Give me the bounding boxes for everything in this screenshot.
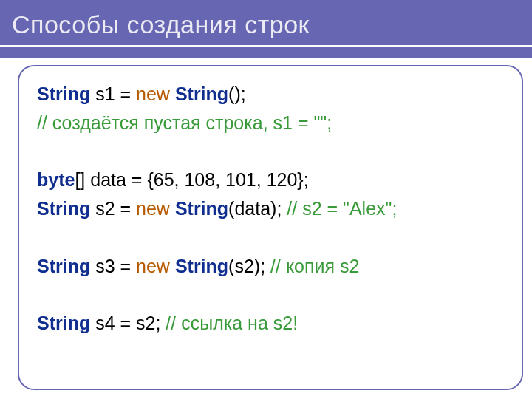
blank-line [37,141,42,162]
comment: // s2 = "Alex"; [287,198,397,219]
code-block: String s1 = new String(); // создаётся п… [37,80,507,338]
txt: (s2); [228,256,270,276]
txt: s3 = [90,256,136,276]
txt: (); [228,83,246,104]
comment: // копия s2 [270,256,359,276]
kw-string: String [37,313,90,333]
blank-line [37,284,42,304]
content-box: String s1 = new String(); // создаётся п… [18,65,523,390]
txt [170,198,175,219]
kw-string: String [175,256,228,276]
kw-string: String [37,83,90,104]
slide: Способы создания строк String s1 = new S… [0,0,532,399]
kw-new: new [136,83,170,104]
title-rule [0,45,532,47]
txt: s2 = [90,198,136,219]
kw-string: String [175,198,228,219]
kw-byte: byte [37,169,75,190]
slide-title: Способы создания строк [12,10,310,39]
txt: [] data = {65, 108, 101, 120}; [75,169,308,190]
txt: (data); [228,198,287,219]
kw-string: String [37,198,90,219]
txt [170,256,175,276]
comment: // создаётся пустая строка, s1 = ""; [37,112,332,133]
kw-new: new [136,198,170,219]
comment: // ссылка на s2! [166,313,298,333]
txt [170,83,175,104]
kw-new: new [136,256,170,276]
txt: s4 = s2; [90,313,166,333]
blank-line [37,227,42,248]
kw-string: String [37,256,90,276]
kw-string: String [175,83,228,104]
txt: s1 = [90,83,136,104]
